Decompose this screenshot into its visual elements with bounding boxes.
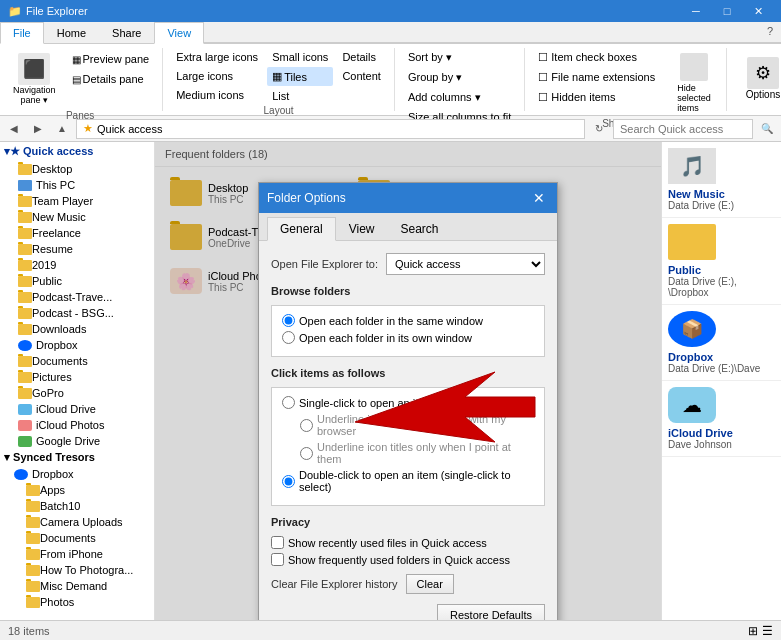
minimize-button[interactable]: ─ [681,0,711,22]
quick-access-header[interactable]: ▾ ★ Quick access [0,142,154,161]
up-button[interactable]: ▲ [52,119,72,139]
ribbon-group-options: ⚙ Options [735,48,781,111]
item-check-boxes-button[interactable]: ☐ Item check boxes [533,48,660,67]
recent-files-checkbox[interactable] [271,536,284,549]
sidebar-item-podcast-bsg[interactable]: Podcast - BSG... [0,305,154,321]
underline-point-radio[interactable] [300,447,313,460]
clear-button[interactable]: Clear [406,574,454,594]
maximize-button[interactable]: □ [712,0,742,22]
dialog-tab-search[interactable]: Search [388,217,452,240]
list-button[interactable]: List [267,87,333,105]
medium-icons-button[interactable]: Medium icons [171,86,263,104]
extra-large-icons-button[interactable]: Extra large icons [171,48,263,66]
right-item-new-music[interactable]: 🎵 New Music Data Drive (E:) [662,142,781,218]
sidebar-item-dropbox-synced[interactable]: Dropbox [0,466,154,482]
view-detail-button[interactable]: ☰ [762,624,773,638]
sort-by-button[interactable]: Sort by ▾ [403,48,516,67]
group-by-button[interactable]: Group by ▾ [403,68,516,87]
frequent-folders-checkbox[interactable] [271,553,284,566]
sidebar-item-freelance[interactable]: Freelance [0,225,154,241]
ribbon-tab-view[interactable]: View [154,22,204,44]
sidebar-item-public[interactable]: Public [0,273,154,289]
tiles-button[interactable]: ▦ Tiles [267,67,333,86]
small-icons-button[interactable]: Small icons [267,48,333,66]
folder-icon [26,597,40,608]
sidebar-item-gopro[interactable]: GoPro [0,385,154,401]
title-bar-controls: ─ □ ✕ [681,0,773,22]
sidebar-item-downloads[interactable]: Downloads [0,321,154,337]
sidebar-item-google-drive[interactable]: Google Drive [0,433,154,449]
options-button[interactable]: ⚙ Options [739,52,781,105]
sidebar-item-how-to[interactable]: How To Photogra... [0,562,154,578]
sidebar-item-icloud-photos[interactable]: iCloud Photos [0,417,154,433]
hidden-items-button[interactable]: ☐ Hidden items [533,88,660,107]
ribbon-tab-home[interactable]: Home [44,22,99,44]
dialog-tab-general[interactable]: General [267,217,336,241]
sidebar-item-from-iphone[interactable]: From iPhone [0,546,154,562]
sidebar-item-documents2[interactable]: Documents [0,530,154,546]
right-item-dropbox[interactable]: 📦 Dropbox Data Drive (E:)\Dave [662,305,781,381]
sidebar-item-resume[interactable]: Resume [0,241,154,257]
single-click-radio[interactable] [282,396,295,409]
sidebar-item-teamplayer[interactable]: Team Player [0,193,154,209]
restore-defaults-button[interactable]: Restore Defaults [437,604,545,620]
sidebar-item-apps[interactable]: Apps [0,482,154,498]
dialog-tabs: General View Search [259,213,557,241]
underline-browser-radio[interactable] [300,419,313,432]
browse-same-window-radio[interactable] [282,314,295,327]
sidebar-item-2019[interactable]: 2019 [0,257,154,273]
address-path[interactable]: ★ Quick access [76,119,585,139]
add-columns-button[interactable]: Add columns ▾ [403,88,516,107]
dialog-tab-view[interactable]: View [336,217,388,240]
search-button[interactable]: 🔍 [757,119,777,139]
sidebar-item-photos[interactable]: Photos [0,594,154,610]
view-large-button[interactable]: ⊞ [748,624,758,638]
details-button[interactable]: Details [337,48,386,66]
sidebar-item-desktop[interactable]: Desktop [0,161,154,177]
close-button[interactable]: ✕ [743,0,773,22]
folder-icon [18,260,32,271]
sidebar-item-documents[interactable]: Documents [0,353,154,369]
folder-icon [26,581,40,592]
sidebar-item-misc-demand[interactable]: Misc Demand [0,578,154,594]
sidebar-item-podcast-trave[interactable]: Podcast-Trave... [0,289,154,305]
refresh-button[interactable]: ↻ [589,119,609,139]
sidebar-item-dropbox-root[interactable]: Dropbox [0,337,154,353]
dialog-close-button[interactable]: ✕ [529,188,549,208]
details-pane-button[interactable]: ▤ Details pane [67,70,155,88]
sidebar-item-batch10[interactable]: Batch10 [0,498,154,514]
right-item-icloud-drive[interactable]: ☁ iCloud Drive Dave Johnson [662,381,781,457]
sidebar-item-newmusic[interactable]: New Music [0,209,154,225]
sidebar-item-thispc[interactable]: This PC [0,177,154,193]
right-item-public[interactable]: Public Data Drive (E:), \Dropbox [662,218,781,305]
content-button[interactable]: Content [337,67,386,85]
icloud-drive-icon: ☁ [668,387,716,423]
search-input[interactable] [613,119,753,139]
open-explorer-select[interactable]: Quick access This PC [386,253,545,275]
large-icons-button[interactable]: Large icons [171,67,263,85]
forward-button[interactable]: ▶ [28,119,48,139]
dialog-overlay: Folder Options ✕ General View Search Ope… [155,142,661,620]
browse-own-window-radio[interactable] [282,331,295,344]
ribbon-tab-share[interactable]: Share [99,22,154,44]
sidebar-item-synced-tresors[interactable]: ▾ Synced Tresors [0,449,154,466]
navigation-pane-button[interactable]: ⬛ Navigationpane ▾ [6,48,63,110]
ribbon-tab-file[interactable]: File [0,22,44,44]
browse-folders-title: Browse folders [271,285,545,297]
hide-selected-button[interactable]: Hide selected items [670,48,718,118]
click-items-title: Click items as follows [271,367,545,379]
sidebar-item-icloud-drive[interactable]: iCloud Drive [0,401,154,417]
folder-icon [26,533,40,544]
double-click-radio[interactable] [282,475,295,488]
sidebar-item-camera-uploads[interactable]: Camera Uploads [0,514,154,530]
sidebar-item-pictures[interactable]: Pictures [0,369,154,385]
help-button[interactable]: ? [759,22,781,43]
back-button[interactable]: ◀ [4,119,24,139]
file-name-extensions-button[interactable]: ☐ File name extensions [533,68,660,87]
path-text: Quick access [97,123,162,135]
preview-pane-button[interactable]: ▦ Preview pane [67,50,155,68]
folder-icon [18,276,32,287]
click-items-group: Single-click to open an item (point to s… [271,387,545,506]
folder-icon [18,324,32,335]
folder-icon [18,372,32,383]
